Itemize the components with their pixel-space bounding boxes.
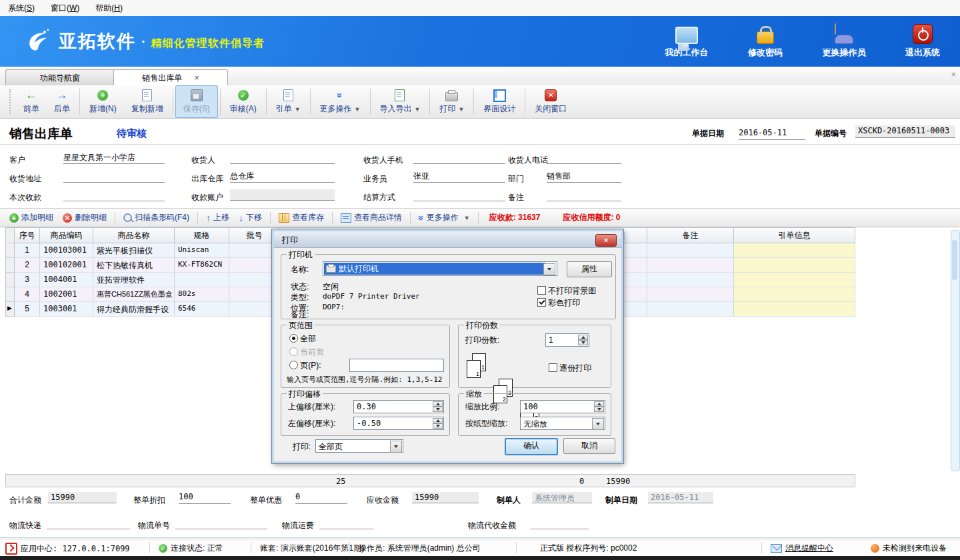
salesman-field[interactable]: 张亚 [413, 171, 505, 183]
consignee-mobile-field[interactable] [413, 152, 505, 164]
workbench-button[interactable]: 我的工作台 [661, 21, 712, 59]
printer-name-combo[interactable]: 默认打印机 [323, 261, 557, 276]
col-header-spec[interactable]: 规格 [175, 227, 229, 243]
printer-icon [445, 89, 458, 102]
reduce-field[interactable]: 0 [295, 492, 347, 504]
dialog-close-icon[interactable]: × [595, 234, 617, 247]
range-all-radio[interactable]: 全部 [289, 333, 316, 345]
col-header-seq[interactable]: 序号 [15, 227, 40, 243]
view-stock-button[interactable]: 查看库存 [276, 212, 327, 223]
delete-detail-button[interactable]: ✕删除明细 [60, 212, 109, 223]
discount-field[interactable]: 100 [179, 492, 231, 504]
row-selector[interactable] [5, 287, 15, 302]
consignee-field[interactable] [230, 152, 335, 164]
spinner-arrows[interactable] [594, 401, 604, 412]
combo-dropdown-icon[interactable] [390, 441, 402, 453]
logi-no-field[interactable] [175, 517, 267, 529]
range-current-radio[interactable]: 当前页 [289, 347, 324, 358]
change-password-button[interactable]: 修改密码 [740, 21, 791, 59]
cancel-button[interactable]: 取消 [563, 438, 615, 454]
scrollbar-thumb[interactable] [952, 240, 957, 280]
row-selector[interactable] [5, 258, 15, 273]
next-doc-button[interactable]: →后单 [47, 85, 77, 118]
zoom-ratio-input[interactable]: 100 [520, 400, 605, 413]
copy-new-button[interactable]: 复制新增 [124, 85, 171, 118]
ref-doc-button[interactable]: 引单▼ [269, 85, 308, 118]
move-up-button[interactable]: ↑上移 [203, 212, 232, 223]
scan-barcode-button[interactable]: 扫描条形码(F4) [121, 212, 192, 223]
audit-button[interactable]: ✓审核(A) [223, 85, 264, 118]
logi-cod-field[interactable] [530, 517, 589, 529]
print-what-select[interactable]: 全部页 [315, 439, 403, 453]
current-row-indicator[interactable]: ▶ [5, 302, 15, 317]
collate-checkbox[interactable]: 逐份打印 [549, 363, 591, 374]
logi-fee-field[interactable] [319, 517, 374, 529]
col-header-ref[interactable]: 引单信息 [734, 227, 855, 243]
exit-system-button[interactable]: 退出系统 [897, 21, 948, 59]
paper-zoom-select[interactable]: 无缩放 [520, 417, 605, 430]
payment-field[interactable] [63, 189, 165, 201]
status-separator [516, 542, 517, 553]
remark-field[interactable] [547, 189, 621, 201]
confirm-button[interactable]: 确认 [505, 438, 558, 455]
menu-help[interactable]: 帮助(H) [87, 0, 131, 16]
address-field[interactable] [63, 171, 165, 183]
save-button[interactable]: 保存(S) [175, 85, 218, 118]
customer-field[interactable]: 星星文具第一小学店 [63, 152, 165, 164]
consignee-phone-field[interactable] [547, 152, 621, 164]
prev-doc-button[interactable]: ←前单 [16, 85, 47, 118]
page-range-group: 页范围 全部 当前页 页(P): 输入页号或页范围,逗号分隔.例如: 1,3,5… [281, 325, 450, 388]
close-window-button[interactable]: ✕关闭窗口 [527, 85, 574, 118]
row-selector[interactable] [5, 243, 15, 258]
col-header-code[interactable]: 商品编码 [40, 227, 93, 243]
tab-sales-outbound[interactable]: 销售出库单× [113, 69, 228, 87]
spinner-arrows[interactable] [578, 335, 588, 345]
department-field[interactable]: 销售部 [547, 171, 621, 183]
menu-system[interactable]: 系统(S) [0, 0, 43, 16]
warehouse-field[interactable]: 总仓库 [230, 171, 335, 183]
message-center-link[interactable]: 消息提醒中心 [771, 543, 833, 554]
settlement-field[interactable] [413, 189, 505, 201]
vertical-scrollbar[interactable] [951, 230, 960, 471]
add-detail-button[interactable]: +添加明细 [7, 212, 56, 223]
menu-window[interactable]: 窗口(W) [43, 0, 87, 16]
tab-nav-window[interactable]: 功能导航窗 [5, 69, 115, 86]
ui-design-button[interactable]: 界面设计 [476, 85, 523, 118]
row-selector[interactable] [5, 273, 15, 287]
combo-dropdown-icon[interactable] [543, 263, 555, 275]
print-button[interactable]: 打印▼ [432, 85, 471, 118]
combo-dropdown-icon[interactable] [592, 418, 604, 430]
move-down-button[interactable]: ↓下移 [236, 212, 265, 223]
workspace-close-icon[interactable]: × [951, 69, 956, 79]
scan-barcode-label: 扫描条形码(F4) [135, 212, 189, 223]
more-ops-button[interactable]: »更多操作▼ [313, 85, 368, 118]
range-pages-radio[interactable]: 页(P): [289, 360, 321, 371]
zoom-legend: 缩放 [464, 389, 484, 400]
total-amount-field: 15990 [48, 492, 117, 503]
printer-props-button[interactable]: 属性 [567, 261, 612, 277]
view-item-detail-button[interactable]: 查看商品详情 [338, 212, 405, 223]
switch-operator-button[interactable]: 更换操作员 [819, 21, 869, 59]
print-dialog-titlebar[interactable]: 打印 × [274, 231, 621, 248]
settlement-label: 结算方式 [363, 192, 395, 203]
new-button[interactable]: +新增(N) [82, 85, 124, 118]
spinner-arrows[interactable] [433, 418, 443, 429]
import-export-button[interactable]: 导入导出▼ [373, 85, 428, 118]
no-bg-checkbox[interactable]: 不打印背景图 [537, 285, 596, 297]
copy-icon [142, 89, 152, 102]
top-offset-input[interactable]: 0.30 [353, 400, 444, 413]
spinner-arrows[interactable] [433, 401, 443, 412]
double-chevron-icon: » [416, 215, 427, 221]
logi-express-field[interactable] [47, 517, 130, 529]
close-window-label: 关闭窗口 [535, 103, 567, 115]
copies-input[interactable]: 1 [545, 333, 589, 347]
left-offset-input[interactable]: -0.50 [353, 417, 444, 430]
color-print-checkbox[interactable]: 彩色打印 [537, 297, 580, 309]
col-header-name[interactable]: 商品名称 [93, 227, 175, 243]
tab-close-icon[interactable]: × [194, 73, 199, 83]
doc-date-field[interactable]: 2016-05-11 [739, 117, 805, 140]
pages-input[interactable] [349, 359, 444, 372]
menu-system-hotkey: S [27, 3, 32, 13]
detail-more-ops-button[interactable]: »更多操作▼ [416, 212, 473, 223]
col-header-remark[interactable]: 备注 [647, 227, 734, 243]
